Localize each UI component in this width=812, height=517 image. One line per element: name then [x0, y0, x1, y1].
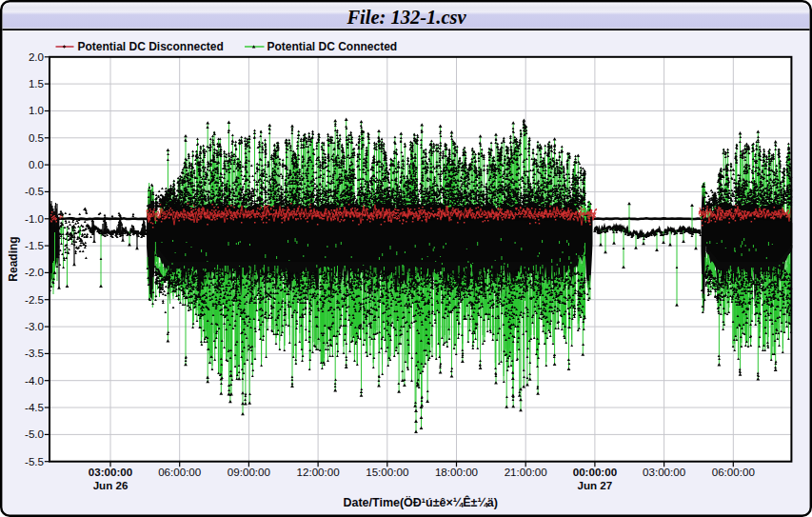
- svg-text:18:00:00: 18:00:00: [435, 466, 478, 478]
- svg-text:0.5: 0.5: [29, 131, 44, 144]
- svg-text:15:00:00: 15:00:00: [366, 466, 408, 478]
- svg-text:1.0: 1.0: [29, 104, 44, 116]
- svg-text:File: 132-1.csv: File: 132-1.csv: [346, 7, 466, 28]
- svg-text:Jun 27: Jun 27: [578, 479, 613, 491]
- svg-text:12:00:00: 12:00:00: [297, 466, 340, 478]
- svg-text:03:00:00: 03:00:00: [643, 466, 685, 478]
- svg-text:Date/Time(ÖÐ¹ú±ê×¼Ê±¼ä): Date/Time(ÖÐ¹ú±ê×¼Ê±¼ä): [343, 495, 498, 509]
- svg-text:06:00:00: 06:00:00: [712, 466, 755, 478]
- svg-text:-3.0: -3.0: [25, 320, 44, 332]
- svg-text:2.0: 2.0: [29, 50, 44, 63]
- svg-text:Potential DC Disconnected: Potential DC Disconnected: [78, 40, 224, 53]
- svg-text:-0.5: -0.5: [25, 185, 44, 197]
- svg-text:Potential DC Connected: Potential DC Connected: [267, 40, 398, 53]
- svg-text:21:00:00: 21:00:00: [505, 466, 547, 478]
- svg-text:-2.0: -2.0: [25, 266, 44, 278]
- svg-text:-1.0: -1.0: [25, 212, 44, 225]
- svg-text:-5.0: -5.0: [25, 428, 44, 440]
- svg-text:-4.5: -4.5: [25, 401, 44, 413]
- svg-text:00:00:00: 00:00:00: [573, 466, 617, 478]
- svg-text:-1.5: -1.5: [25, 239, 44, 251]
- svg-text:06:00:00: 06:00:00: [158, 466, 201, 478]
- svg-text:09:00:00: 09:00:00: [228, 466, 270, 478]
- svg-text:03:00:00: 03:00:00: [89, 466, 132, 478]
- svg-text:1.5: 1.5: [29, 77, 44, 89]
- svg-text:0.0: 0.0: [29, 158, 44, 170]
- svg-text:-2.5: -2.5: [25, 293, 44, 306]
- svg-text:-4.0: -4.0: [25, 374, 44, 387]
- svg-text:-5.5: -5.5: [25, 455, 44, 467]
- svg-text:Jun 26: Jun 26: [93, 479, 129, 491]
- svg-text:-3.5: -3.5: [25, 347, 44, 359]
- svg-text:Reading: Reading: [7, 236, 20, 281]
